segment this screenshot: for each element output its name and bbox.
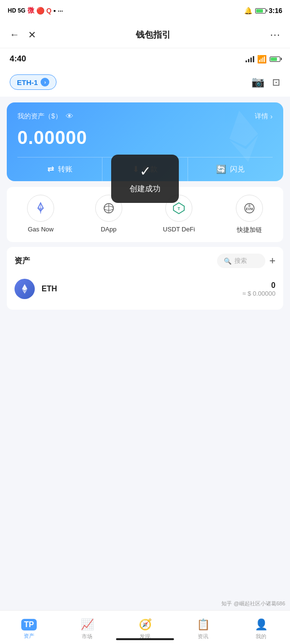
asset-balance: 0	[242, 281, 276, 290]
toast-check-icon: ✓	[140, 163, 151, 179]
status-left: HD 5G 微 🔴 Q ▪ ···	[8, 6, 63, 15]
eth-asset-row[interactable]: ETH 0 ≈ $ 0.00000	[14, 275, 276, 303]
eth-badge[interactable]: ETH-1 ›	[10, 74, 57, 90]
search-box[interactable]: 🔍 搜索	[217, 254, 265, 268]
more-button[interactable]: ···	[270, 29, 280, 41]
asset-name: ETH	[42, 285, 235, 293]
transfer-icon: ⇄	[47, 164, 54, 174]
transfer-label: 转账	[58, 165, 72, 174]
eye-icon[interactable]: 👁	[66, 112, 73, 121]
nav-item-profile[interactable]: 👤 我的	[232, 615, 290, 640]
app-icon1: 🔴	[36, 7, 44, 14]
news-nav-icon: 📋	[197, 618, 210, 631]
card-label: 我的资产（$） 👁	[17, 112, 73, 121]
add-asset-button[interactable]: +	[269, 255, 276, 267]
profile-nav-label: 我的	[256, 633, 266, 640]
app-icon2: Q	[46, 7, 52, 14]
inner-time: 4:40	[10, 54, 26, 64]
assets-header: 资产 🔍 搜索 +	[14, 254, 276, 268]
svg-marker-13	[22, 284, 28, 291]
header-right-icons: 📷 ⊡	[251, 76, 280, 88]
scan-icon[interactable]: ⊡	[272, 76, 280, 88]
profile-nav-icon: 👤	[255, 618, 268, 631]
camera-icon[interactable]: 📷	[251, 76, 264, 88]
market-nav-icon: 📈	[81, 618, 94, 631]
market-nav-label: 市场	[82, 633, 92, 640]
inner-battery-icon	[270, 57, 280, 62]
signal-bars-icon	[246, 56, 254, 62]
asset-values: 0 ≈ $ 0.00000	[242, 281, 276, 297]
discover-nav-icon: 🧭	[139, 618, 152, 631]
fast-chain-label: 快捷加链	[237, 226, 262, 234]
nav-item-assets[interactable]: TP 资产	[0, 615, 58, 640]
page-title: 钱包指引	[136, 29, 171, 41]
inner-status-bar: 4:40 📶	[0, 48, 290, 70]
nav-item-news[interactable]: 📋 资讯	[174, 615, 232, 640]
clock-time: 3:16	[269, 7, 282, 14]
card-detail-chevron: ›	[270, 113, 273, 120]
gas-now-icon-circle	[27, 195, 54, 222]
toast-message: 创建成功	[130, 184, 160, 194]
inner-status-icons: 📶	[246, 55, 280, 64]
close-button[interactable]: ✕	[28, 29, 36, 41]
svg-text:T: T	[178, 206, 181, 211]
quick-item-gas-now[interactable]: Gas Now	[27, 195, 54, 234]
nav-item-discover[interactable]: 🧭 发现	[116, 615, 174, 640]
dapp-label: DApp	[101, 226, 116, 233]
eth-watermark-decoration	[210, 103, 279, 180]
search-icon: 🔍	[224, 258, 232, 265]
bell-icon: 🔔	[244, 7, 252, 14]
status-right: 🔔 3:16	[244, 7, 282, 14]
home-indicator	[116, 638, 174, 640]
back-button[interactable]: ←	[10, 29, 19, 40]
signal-text: HD 5G	[8, 7, 26, 14]
asset-info: ETH	[42, 285, 235, 293]
eth-badge-chevron: ›	[41, 78, 49, 86]
battery-icon	[255, 8, 266, 14]
usdt-defi-label: USDT DeFi	[163, 226, 195, 233]
search-placeholder: 搜索	[234, 257, 247, 265]
assets-nav-label: 资产	[24, 632, 34, 640]
eth-logo	[14, 279, 35, 299]
svg-text:EVM: EVM	[246, 207, 253, 211]
eth-badge-label: ETH-1	[17, 78, 38, 86]
news-nav-label: 资讯	[198, 633, 208, 640]
watermark: 知乎 @崛起社区小诸葛686	[221, 600, 285, 607]
wallet-header: ETH-1 › 📷 ⊡	[0, 70, 290, 97]
toast-notification: ✓ 创建成功	[111, 155, 179, 203]
assets-title: 资产	[14, 256, 30, 266]
app-nav-bar: ← ✕ 钱包指引 ···	[0, 21, 290, 48]
weibo-icon: 微	[28, 6, 34, 15]
card-label-text: 我的资产（$）	[17, 112, 62, 121]
app-icon3: ▪	[54, 7, 56, 14]
wifi-icon: 📶	[257, 55, 267, 64]
quick-item-fast-chain[interactable]: EVM 快捷加链	[236, 195, 263, 234]
assets-search-area: 🔍 搜索 +	[217, 254, 276, 268]
screen-content: 4:40 📶 ETH-1 › 📷 ⊡ 我的资产（$	[0, 48, 290, 610]
nav-item-market[interactable]: 📈 市场	[58, 615, 116, 640]
fast-chain-icon-circle: EVM	[236, 195, 263, 222]
status-dots: ···	[58, 7, 63, 14]
gas-now-label: Gas Now	[28, 226, 53, 233]
status-bar: HD 5G 微 🔴 Q ▪ ··· 🔔 3:16	[0, 0, 290, 21]
assets-section: 资产 🔍 搜索 + ETH 0 ≈ $ 0.00000	[7, 247, 283, 310]
asset-usd: ≈ $ 0.00000	[242, 290, 276, 297]
assets-nav-icon: TP	[21, 619, 37, 630]
transfer-button[interactable]: ⇄ 转账	[17, 157, 102, 181]
